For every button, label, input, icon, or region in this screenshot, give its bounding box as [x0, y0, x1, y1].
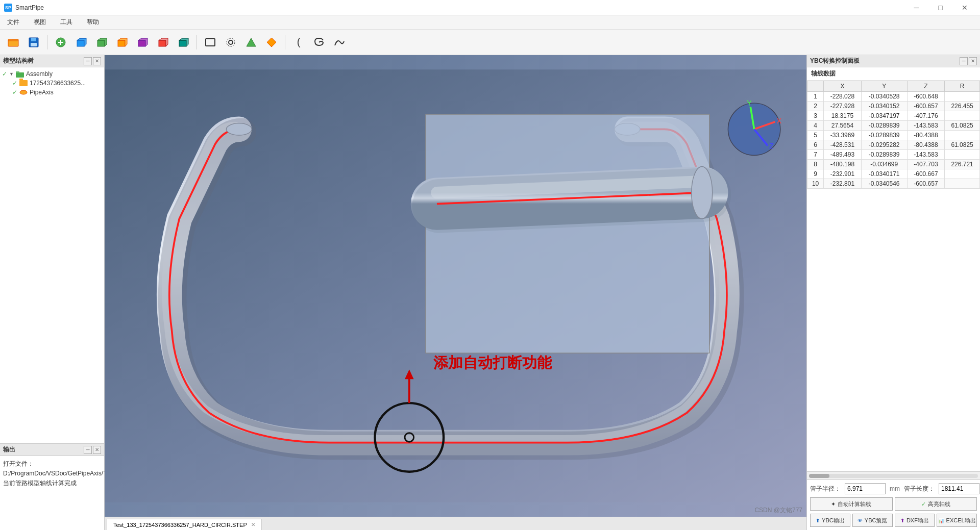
center-panel: 添加自动打断功能 X Y Z CSDN @文铭777 [105, 55, 806, 530]
col-r: R [945, 81, 980, 92]
gear-button[interactable] [222, 33, 240, 52]
calc-icon: ✦ [831, 501, 836, 508]
svg-rect-13 [206, 39, 215, 46]
open-button[interactable] [4, 33, 22, 52]
tree-root-item[interactable]: ✓ ▼ Assembly [2, 69, 102, 79]
save-button[interactable] [24, 33, 43, 52]
excel-export-button[interactable]: 📊 EXCEL输出 [937, 514, 977, 527]
tree-content: ✓ ▼ Assembly ✓ 172543736633625... ✓ [0, 67, 104, 443]
data-table-container[interactable]: X Y Z R 1 -228.028 -0.0340528 -600.648 2… [807, 81, 980, 471]
cell-z: -80.4388 [907, 131, 945, 140]
col-z: Z [907, 81, 945, 92]
menu-item-文件[interactable]: 文件 [4, 17, 22, 28]
cell-y: -0.0289839 [861, 121, 907, 131]
row-num: 5 [807, 131, 824, 140]
cell-y: -0.0340152 [861, 102, 907, 111]
open-folder-icon [7, 36, 19, 48]
diamond-button[interactable] [262, 33, 281, 52]
cube3-button[interactable] [113, 33, 131, 52]
ybc-preview-icon: 👁 [857, 518, 863, 523]
add-button[interactable] [52, 33, 70, 52]
3d-viewport[interactable]: 添加自动打断功能 X Y Z CSDN @文铭777 [105, 55, 806, 517]
save-icon [28, 36, 40, 48]
highlight-axis-button[interactable]: ✓ 高亮轴线 [895, 497, 977, 511]
row-num: 4 [807, 121, 824, 131]
tab-close-btn[interactable]: ✕ [251, 522, 255, 527]
cell-x: -232.901 [824, 169, 862, 179]
right-close-btn[interactable]: ✕ [969, 57, 977, 65]
tree-minimize-btn[interactable]: ─ [84, 57, 92, 65]
spiral-icon [313, 36, 325, 48]
paren-button[interactable]: ( [289, 33, 308, 52]
viewport-tab[interactable]: Test_133_1725437366336257_HARD_CIRCIR.ST… [107, 519, 262, 530]
minimize-button[interactable]: ─ [905, 0, 928, 15]
svg-text:Y: Y [747, 99, 752, 107]
right-minimize-btn[interactable]: ─ [960, 57, 968, 65]
table-row: 10 -232.801 -0.0340546 -600.657 [807, 179, 980, 189]
close-button[interactable]: ✕ [953, 0, 976, 15]
table-row: 5 -33.3969 -0.0289839 -80.4388 [807, 131, 980, 140]
axis-data-label: 轴线数据 [807, 67, 980, 81]
triangle-button[interactable] [242, 33, 260, 52]
output-close-btn[interactable]: ✕ [93, 446, 101, 454]
col-x: X [824, 81, 862, 92]
menu-bar: 文件视图工具帮助 [0, 15, 980, 30]
ybc-preview-button[interactable]: 👁 YBC预览 [852, 514, 893, 527]
cell-r: 226.455 [945, 102, 980, 111]
auto-calc-button[interactable]: ✦ 自动计算轴线 [810, 497, 893, 511]
cube6-button[interactable] [174, 33, 192, 52]
ybc-export-button[interactable]: ⬆ YBC输出 [810, 514, 850, 527]
pipe-radius-input[interactable] [845, 483, 886, 494]
menu-item-视图[interactable]: 视图 [31, 17, 49, 28]
cell-x: -428.531 [824, 140, 862, 150]
tree-child-label-2: PipeAxis [30, 89, 54, 96]
svg-text:添加自动打断功能: 添加自动打断功能 [433, 355, 552, 371]
cube6-icon [177, 36, 189, 48]
cube5-button[interactable] [154, 33, 172, 52]
cell-z: -407.176 [907, 111, 945, 121]
scroll-thumb[interactable] [809, 474, 829, 478]
menu-item-工具[interactable]: 工具 [57, 17, 76, 28]
tree-header-controls: ─ ✕ [84, 57, 101, 65]
app-title: SmartPipe [15, 4, 44, 11]
add-icon [55, 36, 67, 48]
cube1-button[interactable] [72, 33, 90, 52]
row-num: 1 [807, 92, 824, 102]
menu-item-帮助[interactable]: 帮助 [84, 17, 102, 28]
cell-z: -143.583 [907, 121, 945, 131]
cell-z: -600.648 [907, 92, 945, 102]
pipe-length-label: 管子长度： [904, 485, 935, 493]
spiral-button[interactable] [310, 33, 328, 52]
output-minimize-btn[interactable]: ─ [84, 446, 92, 454]
maximize-button[interactable]: □ [929, 0, 952, 15]
rect-button[interactable] [201, 33, 219, 52]
tree-check-root: ✓ [2, 70, 7, 78]
cube4-button[interactable] [133, 33, 152, 52]
curve-button[interactable] [330, 33, 349, 52]
svg-rect-16 [16, 72, 24, 78]
col-y: Y [861, 81, 907, 92]
cell-z: -143.583 [907, 150, 945, 160]
tree-close-btn[interactable]: ✕ [93, 57, 101, 65]
tree-child-item-1[interactable]: ✓ 172543736633625... [2, 79, 102, 88]
cell-y: -0.0340171 [861, 169, 907, 179]
cell-r: 226.721 [945, 160, 980, 169]
cell-y: -0.0289839 [861, 131, 907, 140]
output-header-controls: ─ ✕ [84, 446, 101, 454]
tree-child-item-2[interactable]: ✓ PipeAxis [2, 88, 102, 97]
dxf-export-button[interactable]: ⬆ DXF输出 [895, 514, 935, 527]
output-panel: 输出 ─ ✕ 打开文件：D:/ProgramDoc/VSDoc/GetPipeA… [0, 443, 104, 530]
cube2-button[interactable] [92, 33, 111, 52]
curve-icon [333, 36, 346, 48]
svg-text:Z: Z [769, 142, 774, 150]
horizontal-scrollbar[interactable] [807, 471, 980, 479]
cell-z: -600.667 [907, 169, 945, 179]
pipe-length-input[interactable] [939, 483, 979, 494]
cell-x: -227.928 [824, 102, 862, 111]
watermark: CSDN @文铭777 [754, 506, 802, 515]
svg-rect-7 [77, 40, 84, 46]
table-row: 4 27.5654 -0.0289839 -143.583 61.0825 [807, 121, 980, 131]
svg-rect-12 [179, 40, 186, 46]
cell-x: -489.493 [824, 150, 862, 160]
cube1-icon [75, 36, 87, 48]
